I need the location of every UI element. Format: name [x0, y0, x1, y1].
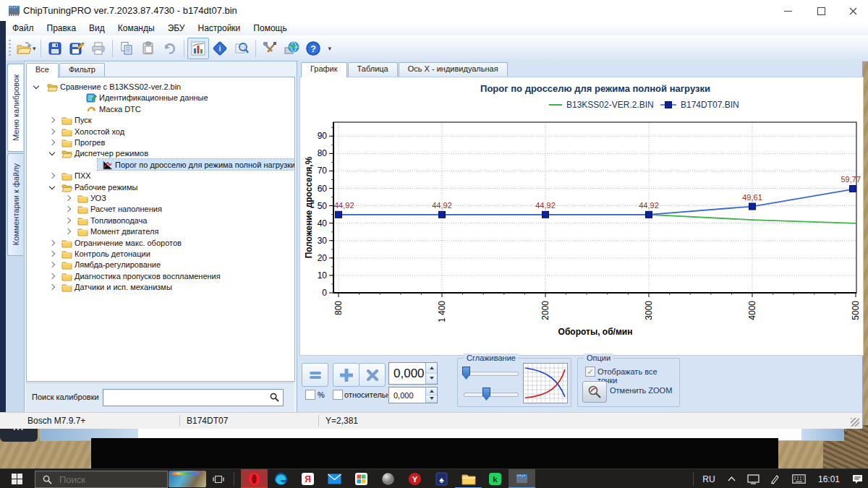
set-equal-button[interactable]: [302, 363, 328, 387]
tools-button[interactable]: [259, 38, 281, 59]
slider-thumb-2[interactable]: [482, 388, 490, 401]
taskbar-icon-solitaire[interactable]: ♠: [428, 469, 455, 488]
taskbar-search-input[interactable]: [58, 474, 155, 486]
news-widget-thumbnail[interactable]: [169, 471, 206, 487]
delete-value-button[interactable]: [359, 363, 386, 387]
data-point-marker[interactable]: [850, 186, 856, 192]
print-button[interactable]: [88, 38, 109, 59]
taskbar-icon-yandex-music[interactable]: Y: [401, 469, 428, 488]
data-point-marker[interactable]: [749, 203, 756, 210]
chart-view-button[interactable]: [187, 38, 209, 59]
undo-button[interactable]: [159, 38, 181, 59]
side-tab-file-comments[interactable]: Комментарии к файлу: [7, 153, 23, 256]
tray-pen[interactable]: [765, 469, 784, 488]
collapse-chevron[interactable]: [49, 183, 55, 189]
view-tab-2[interactable]: Ось X - индивидуальная: [399, 62, 508, 77]
show-all-points-checkbox[interactable]: ✓: [585, 367, 595, 377]
tray-keyboard[interactable]: [787, 469, 810, 488]
expand-chevron[interactable]: [49, 173, 55, 179]
close-button[interactable]: [838, 0, 868, 22]
expand-chevron[interactable]: [49, 140, 55, 145]
menu-вид[interactable]: Вид: [82, 22, 111, 35]
save-as-button[interactable]: [66, 38, 88, 59]
help-button[interactable]: ?: [302, 38, 324, 59]
search-input[interactable]: [103, 389, 284, 406]
open-file-dropdown[interactable]: ▾: [33, 45, 36, 52]
value-secondary-spinner[interactable]: 0,000: [388, 387, 438, 403]
expand-chevron[interactable]: [65, 195, 71, 201]
connect-button[interactable]: [281, 38, 302, 59]
expand-chevron[interactable]: [49, 117, 55, 123]
expand-chevron[interactable]: [49, 284, 55, 290]
series-line-b174dt07[interactable]: [339, 189, 856, 215]
expand-chevron[interactable]: [65, 228, 71, 234]
minimize-button[interactable]: [771, 0, 804, 22]
toolbar-overflow-button[interactable]: ▾: [328, 45, 332, 52]
zoom-search-button[interactable]: [231, 38, 252, 59]
relative-checkbox[interactable]: [333, 390, 343, 400]
menu-правка[interactable]: Правка: [41, 22, 83, 35]
spinner-buttons[interactable]: [425, 388, 437, 403]
slider-thumb-1[interactable]: [462, 367, 470, 380]
legend-label-0[interactable]: B13KSS02-VER.2.BIN: [566, 100, 654, 110]
taskbar-icon-explorer[interactable]: [455, 469, 482, 488]
data-point-marker[interactable]: [542, 211, 549, 218]
taskbar-icon-kaspersky[interactable]: k: [482, 469, 509, 488]
menu-настройки[interactable]: Настройки: [191, 22, 247, 35]
taskbar-icon-store[interactable]: [348, 469, 375, 488]
collapse-chevron[interactable]: [33, 83, 39, 89]
taskbar-icon-chiptuningpro[interactable]: [509, 469, 535, 488]
menu-файл[interactable]: Файл: [6, 22, 41, 35]
expand-chevron[interactable]: [65, 218, 71, 223]
copy-button[interactable]: [116, 38, 137, 59]
taskbar-icon-opera[interactable]: [241, 469, 268, 488]
add-value-button[interactable]: [333, 363, 359, 387]
resize-grip[interactable]: [851, 418, 859, 427]
task-view-button[interactable]: [205, 469, 231, 488]
smoothing-slider-1[interactable]: [464, 372, 519, 376]
calibration-chart[interactable]: Порог по дросселю для режима полной нагр…: [300, 77, 861, 354]
taskbar-icon-edge[interactable]: [268, 469, 294, 488]
expand-chevron[interactable]: [49, 273, 55, 279]
view-tab-1[interactable]: Таблица: [348, 62, 398, 77]
expand-chevron[interactable]: [65, 206, 71, 212]
taskbar-icon-sphere[interactable]: [375, 469, 401, 488]
expand-chevron[interactable]: [49, 239, 55, 245]
calibration-tab-1[interactable]: Фильтр: [59, 63, 105, 78]
tray-chevron-up[interactable]: [722, 469, 741, 488]
data-point-marker[interactable]: [336, 211, 342, 218]
data-point-marker[interactable]: [439, 211, 446, 218]
taskbar-search[interactable]: [35, 471, 168, 488]
cancel-zoom-button[interactable]: [582, 381, 607, 403]
view-tab-0[interactable]: График: [301, 62, 347, 77]
series-line-b13kss02[interactable]: [339, 215, 856, 223]
paste-button[interactable]: [137, 38, 159, 59]
value-main-spinner[interactable]: 0,000: [388, 362, 438, 385]
notification-center-button[interactable]: [848, 469, 867, 488]
toolbar-grip[interactable]: [9, 40, 11, 57]
data-point-marker[interactable]: [646, 211, 652, 218]
start-button[interactable]: [0, 469, 33, 488]
expand-chevron[interactable]: [49, 262, 55, 267]
save-button[interactable]: [44, 38, 66, 59]
side-tab-calibration-menu[interactable]: Меню калибровок: [7, 64, 23, 152]
menu-помощь[interactable]: Помощь: [247, 22, 293, 35]
open-file-button[interactable]: [13, 38, 35, 59]
menu-команды[interactable]: Команды: [111, 22, 161, 35]
expand-chevron[interactable]: [49, 128, 55, 134]
tray-display[interactable]: [742, 469, 764, 488]
smoothing-slider-2[interactable]: [464, 393, 519, 397]
percent-checkbox[interactable]: [305, 390, 315, 400]
legend-label-1[interactable]: B174DT07.BIN: [681, 100, 739, 110]
menu-эбу[interactable]: ЭБУ: [161, 22, 192, 35]
clock[interactable]: 16:01: [813, 469, 845, 488]
info-button[interactable]: i: [209, 38, 231, 59]
spinner-buttons[interactable]: [425, 363, 437, 384]
maximize-button[interactable]: [804, 0, 838, 22]
expand-chevron[interactable]: [49, 251, 55, 257]
taskbar-icon-mail[interactable]: [321, 469, 348, 488]
language-indicator[interactable]: RU: [699, 469, 719, 488]
taskbar-icon-yandex-browser[interactable]: Я: [294, 469, 321, 488]
calibration-tab-0[interactable]: Все: [26, 63, 59, 78]
collapse-chevron[interactable]: [49, 150, 55, 155]
